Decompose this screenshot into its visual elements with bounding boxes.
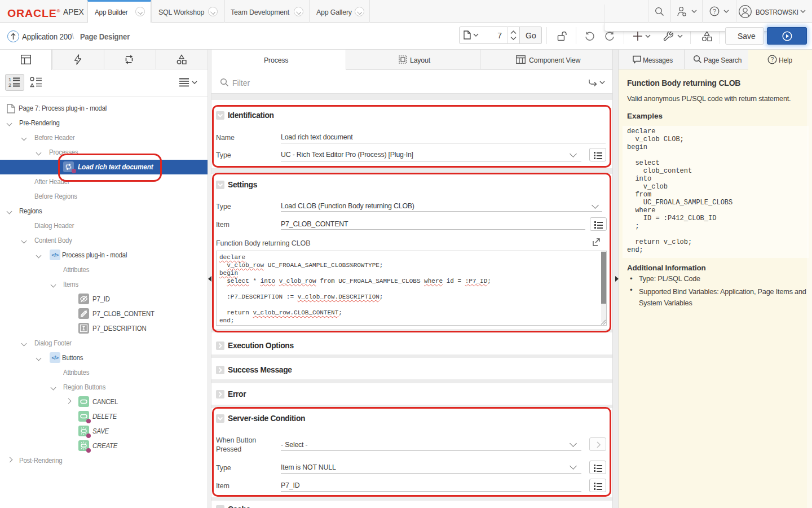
svg-text:2: 2 bbox=[8, 82, 11, 88]
svg-text:?: ? bbox=[713, 8, 716, 15]
svg-text:1: 1 bbox=[8, 77, 11, 82]
svg-text:?: ? bbox=[771, 56, 774, 63]
